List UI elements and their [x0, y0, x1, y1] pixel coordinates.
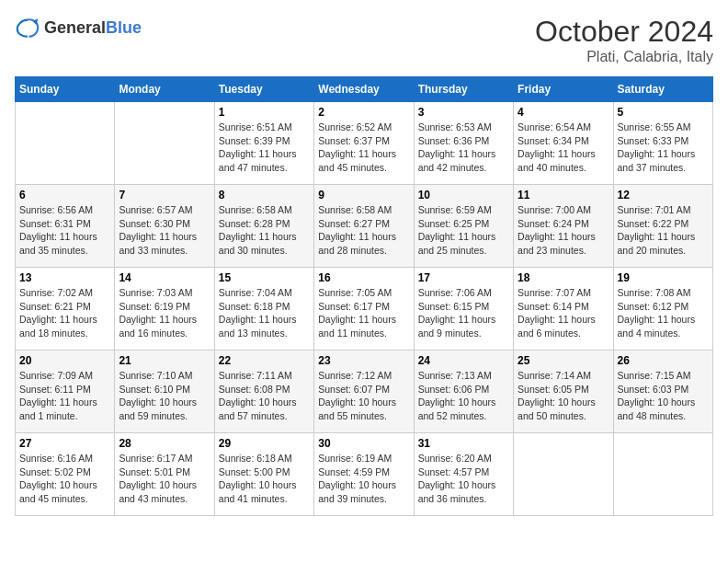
- calendar-cell: 4Sunrise: 6:54 AM Sunset: 6:34 PM Daylig…: [514, 102, 613, 185]
- day-number: 18: [518, 271, 609, 284]
- month-title: October 2024: [535, 15, 713, 49]
- calendar-cell: 29Sunrise: 6:18 AM Sunset: 5:00 PM Dayli…: [214, 433, 313, 516]
- calendar-cell: 11Sunrise: 7:00 AM Sunset: 6:24 PM Dayli…: [514, 185, 613, 268]
- logo-icon: [15, 15, 40, 40]
- calendar-cell: 1Sunrise: 6:51 AM Sunset: 6:39 PM Daylig…: [214, 102, 313, 185]
- calendar-cell: 19Sunrise: 7:08 AM Sunset: 6:12 PM Dayli…: [613, 268, 712, 350]
- day-header-monday: Monday: [115, 77, 214, 102]
- day-number: 17: [418, 271, 509, 284]
- day-number: 2: [318, 106, 409, 119]
- day-info: Sunrise: 7:14 AM Sunset: 6:05 PM Dayligh…: [518, 369, 609, 423]
- week-row-3: 13Sunrise: 7:02 AM Sunset: 6:21 PM Dayli…: [16, 268, 713, 350]
- day-info: Sunrise: 6:59 AM Sunset: 6:25 PM Dayligh…: [418, 203, 509, 258]
- day-info: Sunrise: 7:10 AM Sunset: 6:10 PM Dayligh…: [119, 369, 210, 423]
- day-number: 12: [618, 189, 709, 201]
- day-info: Sunrise: 6:17 AM Sunset: 5:01 PM Dayligh…: [119, 452, 210, 506]
- calendar-cell: 31Sunrise: 6:20 AM Sunset: 4:57 PM Dayli…: [414, 433, 513, 516]
- day-number: 1: [219, 106, 310, 119]
- day-number: 10: [418, 189, 509, 201]
- week-row-4: 20Sunrise: 7:09 AM Sunset: 6:11 PM Dayli…: [16, 350, 713, 433]
- week-row-1: 1Sunrise: 6:51 AM Sunset: 6:39 PM Daylig…: [16, 102, 713, 185]
- calendar-cell: [514, 433, 613, 516]
- calendar-cell: 28Sunrise: 6:17 AM Sunset: 5:01 PM Dayli…: [115, 433, 214, 516]
- day-number: 4: [518, 106, 609, 119]
- day-header-sunday: Sunday: [16, 77, 115, 102]
- day-info: Sunrise: 6:19 AM Sunset: 4:59 PM Dayligh…: [318, 452, 409, 506]
- day-number: 22: [219, 354, 310, 367]
- calendar-cell: 15Sunrise: 7:04 AM Sunset: 6:18 PM Dayli…: [214, 268, 313, 350]
- day-header-saturday: Saturday: [613, 77, 712, 102]
- calendar-cell: 21Sunrise: 7:10 AM Sunset: 6:10 PM Dayli…: [115, 350, 214, 433]
- calendar-cell: [16, 102, 115, 185]
- day-info: Sunrise: 6:53 AM Sunset: 6:36 PM Dayligh…: [418, 121, 509, 175]
- day-number: 30: [318, 437, 409, 450]
- day-number: 3: [418, 106, 509, 119]
- title-area: October 2024 Plati, Calabria, Italy: [535, 15, 713, 65]
- calendar-cell: 8Sunrise: 6:58 AM Sunset: 6:28 PM Daylig…: [214, 185, 313, 268]
- day-number: 8: [219, 189, 310, 201]
- day-info: Sunrise: 7:00 AM Sunset: 6:24 PM Dayligh…: [518, 203, 609, 258]
- day-info: Sunrise: 7:06 AM Sunset: 6:15 PM Dayligh…: [418, 286, 509, 340]
- day-info: Sunrise: 7:04 AM Sunset: 6:18 PM Dayligh…: [219, 286, 310, 340]
- day-info: Sunrise: 6:58 AM Sunset: 6:28 PM Dayligh…: [219, 203, 310, 258]
- calendar-table: SundayMondayTuesdayWednesdayThursdayFrid…: [15, 76, 713, 516]
- day-number: 20: [19, 354, 110, 367]
- day-info: Sunrise: 6:51 AM Sunset: 6:39 PM Dayligh…: [219, 121, 310, 175]
- day-info: Sunrise: 7:09 AM Sunset: 6:11 PM Dayligh…: [19, 369, 110, 423]
- calendar-cell: 25Sunrise: 7:14 AM Sunset: 6:05 PM Dayli…: [514, 350, 613, 433]
- day-info: Sunrise: 7:11 AM Sunset: 6:08 PM Dayligh…: [219, 369, 310, 423]
- day-info: Sunrise: 6:18 AM Sunset: 5:00 PM Dayligh…: [219, 452, 310, 506]
- calendar-cell: 10Sunrise: 6:59 AM Sunset: 6:25 PM Dayli…: [414, 185, 513, 268]
- week-row-2: 6Sunrise: 6:56 AM Sunset: 6:31 PM Daylig…: [16, 185, 713, 268]
- day-info: Sunrise: 6:56 AM Sunset: 6:31 PM Dayligh…: [19, 203, 110, 258]
- day-number: 23: [318, 354, 409, 367]
- calendar-cell: 20Sunrise: 7:09 AM Sunset: 6:11 PM Dayli…: [16, 350, 115, 433]
- calendar-cell: 9Sunrise: 6:58 AM Sunset: 6:27 PM Daylig…: [314, 185, 414, 268]
- calendar-cell: 17Sunrise: 7:06 AM Sunset: 6:15 PM Dayli…: [414, 268, 513, 350]
- day-header-wednesday: Wednesday: [314, 77, 414, 102]
- day-number: 25: [518, 354, 609, 367]
- calendar-cell: [115, 102, 214, 185]
- day-header-row: SundayMondayTuesdayWednesdayThursdayFrid…: [16, 77, 713, 102]
- day-number: 13: [19, 271, 110, 284]
- day-number: 27: [19, 437, 110, 450]
- day-number: 14: [119, 271, 210, 284]
- day-header-thursday: Thursday: [414, 77, 513, 102]
- calendar-cell: 12Sunrise: 7:01 AM Sunset: 6:22 PM Dayli…: [613, 185, 712, 268]
- calendar-cell: 14Sunrise: 7:03 AM Sunset: 6:19 PM Dayli…: [115, 268, 214, 350]
- calendar-cell: 5Sunrise: 6:55 AM Sunset: 6:33 PM Daylig…: [613, 102, 712, 185]
- calendar-cell: 24Sunrise: 7:13 AM Sunset: 6:06 PM Dayli…: [414, 350, 513, 433]
- day-number: 7: [119, 189, 210, 201]
- day-number: 15: [219, 271, 310, 284]
- calendar-cell: 3Sunrise: 6:53 AM Sunset: 6:36 PM Daylig…: [414, 102, 513, 185]
- calendar-cell: 30Sunrise: 6:19 AM Sunset: 4:59 PM Dayli…: [314, 433, 414, 516]
- day-header-friday: Friday: [514, 77, 613, 102]
- day-number: 19: [618, 271, 709, 284]
- calendar-cell: 16Sunrise: 7:05 AM Sunset: 6:17 PM Dayli…: [314, 268, 414, 350]
- day-number: 29: [219, 437, 310, 450]
- calendar-cell: 26Sunrise: 7:15 AM Sunset: 6:03 PM Dayli…: [613, 350, 712, 433]
- week-row-5: 27Sunrise: 6:16 AM Sunset: 5:02 PM Dayli…: [16, 433, 713, 516]
- day-info: Sunrise: 7:15 AM Sunset: 6:03 PM Dayligh…: [618, 369, 709, 423]
- day-info: Sunrise: 7:05 AM Sunset: 6:17 PM Dayligh…: [318, 286, 409, 340]
- day-number: 31: [418, 437, 509, 450]
- calendar-cell: 22Sunrise: 7:11 AM Sunset: 6:08 PM Dayli…: [214, 350, 313, 433]
- logo: GeneralBlue: [15, 15, 142, 40]
- day-info: Sunrise: 7:02 AM Sunset: 6:21 PM Dayligh…: [19, 286, 110, 340]
- day-info: Sunrise: 6:58 AM Sunset: 6:27 PM Dayligh…: [318, 203, 409, 258]
- day-header-tuesday: Tuesday: [214, 77, 313, 102]
- day-number: 6: [19, 189, 110, 201]
- calendar-cell: 7Sunrise: 6:57 AM Sunset: 6:30 PM Daylig…: [115, 185, 214, 268]
- calendar-cell: 23Sunrise: 7:12 AM Sunset: 6:07 PM Dayli…: [314, 350, 414, 433]
- day-info: Sunrise: 7:01 AM Sunset: 6:22 PM Dayligh…: [618, 203, 709, 258]
- day-info: Sunrise: 6:16 AM Sunset: 5:02 PM Dayligh…: [19, 452, 110, 506]
- calendar-cell: 2Sunrise: 6:52 AM Sunset: 6:37 PM Daylig…: [314, 102, 414, 185]
- logo-text: GeneralBlue: [44, 18, 142, 38]
- calendar-cell: 13Sunrise: 7:02 AM Sunset: 6:21 PM Dayli…: [16, 268, 115, 350]
- day-number: 28: [119, 437, 210, 450]
- day-number: 26: [618, 354, 709, 367]
- day-info: Sunrise: 6:55 AM Sunset: 6:33 PM Dayligh…: [618, 121, 709, 175]
- day-number: 21: [119, 354, 210, 367]
- day-info: Sunrise: 6:52 AM Sunset: 6:37 PM Dayligh…: [318, 121, 409, 175]
- calendar-cell: [613, 433, 712, 516]
